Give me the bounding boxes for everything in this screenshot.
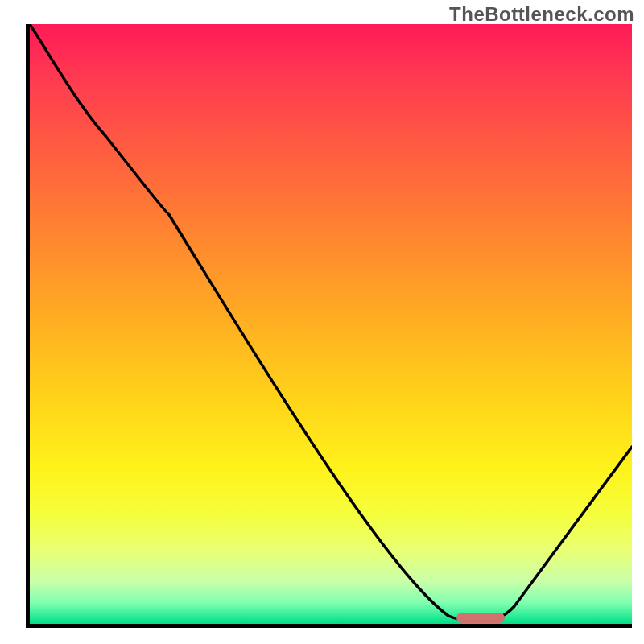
plot-area bbox=[26, 24, 632, 628]
watermark-text: TheBottleneck.com bbox=[449, 3, 634, 26]
gradient-background bbox=[30, 24, 632, 624]
